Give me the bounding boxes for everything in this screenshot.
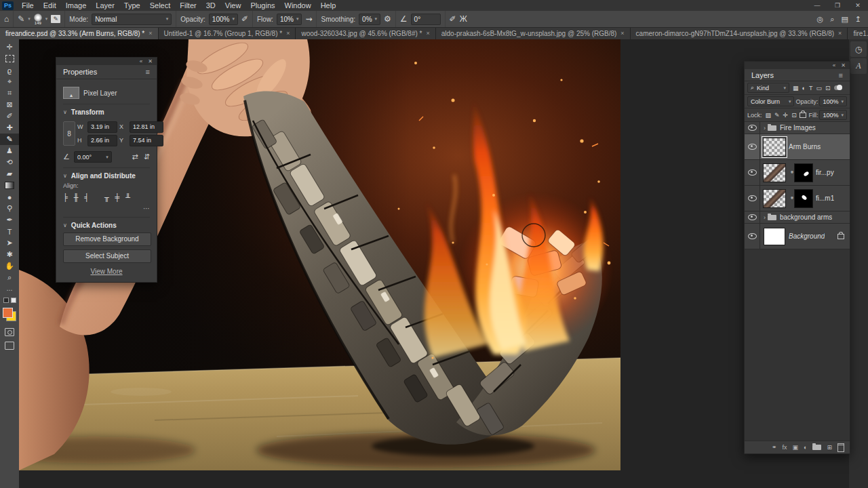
lasso-tool[interactable]: ϱ: [0, 64, 19, 76]
tab-wood[interactable]: wood-3260343.jpg @ 45.6% (RGB/8#) * ×: [296, 27, 435, 39]
filter-pixel-icon[interactable]: ▦: [793, 85, 799, 92]
layer-blend-mode-select[interactable]: Color Burn ▾: [747, 96, 794, 106]
lock-all-icon[interactable]: [800, 113, 806, 118]
layer-mask-thumbnail[interactable]: [794, 163, 813, 182]
view-more-link[interactable]: View More: [63, 268, 150, 275]
link-dimensions-icon[interactable]: 8: [63, 121, 75, 146]
brush-tip-preview[interactable]: 149: [34, 14, 42, 25]
filter-adjustment-icon[interactable]: ◐: [802, 85, 806, 92]
visibility-toggle[interactable]: [745, 211, 760, 223]
layer-row-background-arms[interactable]: › background arms: [745, 211, 850, 224]
quick-actions-header[interactable]: ∨ Quick Actions: [63, 222, 150, 229]
object-selection-tool[interactable]: ⌖: [0, 76, 19, 87]
menu-3d[interactable]: 3D: [201, 0, 220, 11]
select-subject-button[interactable]: Select Subject: [63, 249, 151, 263]
move-tool[interactable]: ✛: [0, 41, 19, 53]
character-panel-icon[interactable]: A: [850, 58, 867, 74]
layer-mask-thumbnail[interactable]: [794, 189, 813, 208]
menu-window[interactable]: Window: [280, 0, 316, 11]
lock-paint-icon[interactable]: ✎: [774, 112, 780, 119]
add-mask-icon[interactable]: ▣: [793, 444, 799, 451]
menu-layer[interactable]: Layer: [91, 0, 119, 11]
filter-shape-icon[interactable]: ▭: [816, 85, 822, 92]
account-icon[interactable]: ◎: [817, 15, 824, 24]
restore-button[interactable]: ❐: [827, 0, 848, 11]
layer-fill-select[interactable]: 100% ▾: [819, 110, 847, 120]
menu-plugins[interactable]: Plugins: [245, 0, 279, 11]
properties-tab[interactable]: Properties: [63, 68, 97, 76]
collapse-panel-icon[interactable]: «: [833, 62, 835, 68]
minimize-button[interactable]: —: [807, 0, 827, 11]
edit-toolbar-icon[interactable]: ⋯: [7, 287, 13, 293]
filter-kind-select[interactable]: ⌕ Kind ▾: [747, 83, 789, 93]
align-header[interactable]: ∨ Align and Distribute: [63, 172, 150, 180]
layer-style-icon[interactable]: fx: [782, 444, 787, 451]
filter-toggle-icon[interactable]: [834, 85, 842, 90]
chevron-down-icon[interactable]: ▾: [28, 16, 31, 22]
tab-cameron-dimarco[interactable]: cameron-dimarco-gN97hTDmZ14-unsplash.jpg…: [631, 27, 848, 39]
tab-fire1[interactable]: fire1.jpg @ 16.7% (RGB/8*) ×: [848, 27, 868, 39]
lock-transparency-icon[interactable]: ▨: [766, 112, 772, 119]
filter-smart-object-icon[interactable]: ⊡: [825, 85, 831, 92]
filter-type-icon[interactable]: T: [809, 85, 813, 92]
pen-tool[interactable]: ✒: [0, 214, 19, 226]
foreground-color-swatch[interactable]: [3, 308, 13, 318]
panel-menu-icon[interactable]: ≡: [146, 68, 150, 76]
eyedropper-tool[interactable]: ✐: [0, 110, 19, 122]
history-brush-tool[interactable]: ⟲: [0, 157, 19, 168]
brush-angle-input[interactable]: 0°: [411, 14, 441, 25]
menu-view[interactable]: View: [220, 0, 246, 11]
menu-edit[interactable]: Edit: [39, 0, 61, 11]
align-bottom-icon[interactable]: ╨: [125, 193, 130, 202]
smoothing-select[interactable]: 0% ▾: [359, 14, 380, 25]
y-input[interactable]: 7.54 in: [130, 135, 163, 146]
screen-mode-icon[interactable]: [5, 342, 14, 350]
path-selection-tool[interactable]: ➤: [0, 237, 19, 249]
remove-background-button[interactable]: Remove Background: [63, 232, 151, 246]
menu-image[interactable]: Image: [61, 0, 92, 11]
layer-row-fire-copy[interactable]: ⚭ fir...py: [745, 160, 850, 186]
tab-untitled-1[interactable]: Untitled-1 @ 16.7% (Group 1, RGB/8) * ×: [159, 27, 296, 39]
lock-position-icon[interactable]: ✛: [783, 112, 789, 119]
chevron-down-icon[interactable]: ▾: [45, 16, 48, 22]
layer-row-fire-images[interactable]: › Fire Images: [745, 122, 850, 134]
menu-file[interactable]: File: [17, 0, 39, 11]
eraser-tool[interactable]: ▰: [0, 168, 19, 180]
panel-menu-icon[interactable]: ≡: [839, 71, 843, 79]
menu-help[interactable]: Help: [316, 0, 341, 11]
x-input[interactable]: 12.81 in: [130, 121, 163, 133]
type-tool[interactable]: T: [0, 226, 19, 237]
tab-aldo-prakash[interactable]: aldo-prakash-6sB-Mx8tG_w-unsplash.jpg @ …: [436, 27, 631, 39]
history-panel-icon[interactable]: ◷: [850, 41, 867, 57]
menu-filter[interactable]: Filter: [175, 0, 201, 11]
align-middle-icon[interactable]: ╪: [115, 193, 120, 202]
layer-opacity-select[interactable]: 100% ▾: [819, 96, 847, 106]
flow-select[interactable]: 10% ▾: [277, 14, 302, 25]
tab-close-icon[interactable]: ×: [838, 30, 842, 37]
workspace-switcher-icon[interactable]: ▤: [841, 15, 848, 24]
flip-vertical-icon[interactable]: ⇵: [144, 152, 150, 161]
align-right-icon[interactable]: ╡: [84, 193, 89, 202]
rotation-input[interactable]: 0.00° ▾: [74, 151, 112, 163]
flip-horizontal-icon[interactable]: ⇄: [132, 152, 138, 161]
zoom-tool[interactable]: ⌕: [0, 272, 19, 283]
visibility-toggle[interactable]: [745, 160, 760, 185]
search-icon[interactable]: ⌕: [830, 15, 834, 24]
tab-close-icon[interactable]: ×: [620, 30, 624, 37]
smoothing-gear-icon[interactable]: ⚙: [384, 14, 391, 24]
layer-row-background[interactable]: Background: [745, 224, 850, 249]
share-icon[interactable]: ↥: [855, 15, 861, 24]
align-more-icon[interactable]: ⋯: [63, 205, 150, 212]
visibility-toggle[interactable]: [745, 224, 760, 249]
shape-tool[interactable]: ✱: [0, 249, 19, 260]
visibility-toggle[interactable]: [745, 134, 760, 159]
width-input[interactable]: 3.19 in: [87, 121, 117, 133]
layer-row-arm-burns[interactable]: Arm Burns: [745, 134, 850, 160]
close-button[interactable]: ✕: [848, 0, 868, 11]
toggle-brush-settings-icon[interactable]: ✎: [51, 15, 60, 23]
hand-tool[interactable]: ✋: [0, 260, 19, 272]
align-center-h-icon[interactable]: ╫: [74, 193, 79, 202]
marquee-tool[interactable]: [0, 53, 19, 64]
smudge-tool[interactable]: ●: [0, 191, 19, 203]
tab-close-icon[interactable]: ×: [426, 30, 429, 37]
